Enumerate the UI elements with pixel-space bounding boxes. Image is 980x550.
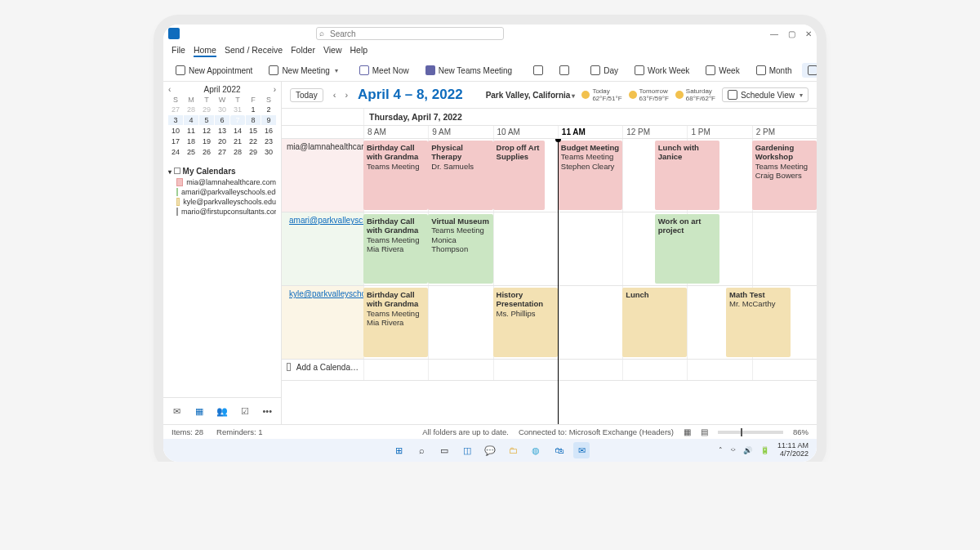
nav-more-icon[interactable]: •••	[262, 405, 274, 418]
tray-battery-icon[interactable]: 🔋	[760, 446, 769, 454]
mini-cal-day[interactable]: 23	[261, 136, 276, 146]
weather-day[interactable]: Saturday68°F/62°F	[675, 87, 715, 102]
weather-location[interactable]: Park Valley, California	[486, 91, 576, 100]
schedule-row-header[interactable]: amari@parkvalleyschools.edu	[282, 212, 363, 285]
calendar-checkbox[interactable]	[176, 198, 180, 206]
calendar-checkbox[interactable]	[176, 208, 178, 216]
mini-cal-day[interactable]: 29	[199, 105, 214, 114]
start-button[interactable]: ⊞	[390, 442, 407, 458]
tray-volume-icon[interactable]: 🔊	[743, 446, 752, 454]
window-close-button[interactable]: ✕	[805, 29, 812, 38]
calendar-event[interactable]: Math TestMr. McCarthy	[726, 288, 791, 357]
tray-wifi-icon[interactable]: ⌔	[731, 446, 735, 454]
mini-cal-day[interactable]: 21	[230, 136, 245, 146]
my-calendars-header[interactable]: ▾ My Calendars	[168, 167, 276, 176]
mini-cal-day[interactable]: 8	[246, 115, 261, 125]
day-view-button[interactable]: Day	[585, 63, 624, 78]
task-view-icon[interactable]: ▭	[436, 442, 452, 458]
taskbar-clock[interactable]: 11:11 AM 4/7/2022	[777, 442, 808, 458]
mini-cal-day[interactable]: 4	[184, 115, 198, 125]
calendar-event[interactable]: Virtual MuseumTeams MeetingMonica Thomps…	[428, 214, 492, 284]
menu-help[interactable]: Help	[350, 45, 368, 57]
weather-day[interactable]: Today62°F/51°F	[581, 87, 621, 102]
outlook-taskbar-icon[interactable]: ✉	[573, 442, 590, 458]
mini-cal-day[interactable]: 1	[246, 105, 261, 114]
calendar-list-item[interactable]: mia@lamnahealthcare.com	[168, 177, 276, 187]
next-range-button[interactable]: ›	[341, 90, 351, 100]
calendar-checkbox[interactable]	[176, 178, 183, 186]
mini-cal-day[interactable]: 22	[246, 136, 261, 146]
mini-cal-day[interactable]: 13	[215, 126, 229, 136]
menu-folder[interactable]: Folder	[291, 45, 315, 57]
mini-cal-day[interactable]: 9	[261, 115, 276, 125]
mini-cal-day[interactable]: 15	[246, 126, 261, 136]
calendar-event[interactable]: Physical TherapyDr. Samuels	[428, 141, 492, 210]
today-button[interactable]: Today	[290, 88, 323, 102]
mini-cal-day[interactable]: 6	[215, 115, 229, 125]
view-util-1[interactable]	[528, 63, 549, 78]
mini-cal-day[interactable]: 26	[199, 147, 214, 157]
mini-cal-day[interactable]: 19	[199, 136, 214, 146]
mini-cal-day[interactable]: 25	[184, 147, 198, 157]
search-input[interactable]	[316, 27, 504, 40]
calendar-list-item[interactable]: mario@firstupconsultants.com	[168, 207, 276, 217]
calendar-event[interactable]: Birthday Call with GrandmaTeams MeetingM…	[363, 214, 428, 284]
mini-cal-day[interactable]: 3	[168, 115, 183, 125]
new-meeting-button[interactable]: New Meeting	[263, 63, 343, 78]
mini-cal-next-button[interactable]: ›	[274, 85, 276, 94]
mini-cal-day[interactable]: 29	[246, 147, 261, 157]
widgets-icon[interactable]: ◫	[459, 442, 475, 458]
zoom-slider[interactable]	[718, 431, 783, 434]
mini-cal-day[interactable]: 7	[230, 115, 245, 125]
calendar-icon[interactable]: ▦	[194, 405, 206, 418]
weather-day[interactable]: Tomorrow63°F/59°F	[629, 87, 669, 102]
calendar-list-item[interactable]: kyle@parkvalleyschools.edu	[168, 197, 276, 207]
mini-cal-day[interactable]: 16	[261, 126, 276, 136]
mini-cal-day[interactable]: 30	[215, 105, 229, 114]
calendar-checkbox[interactable]	[176, 188, 178, 196]
view-util-2[interactable]	[554, 63, 575, 78]
chat-icon[interactable]: 💬	[482, 442, 498, 458]
mini-cal-day[interactable]: 24	[168, 147, 183, 157]
calendar-event[interactable]: Budget MeetingTeams MeetingStephen Clear…	[558, 141, 622, 210]
mini-cal-day[interactable]: 28	[184, 105, 198, 114]
month-view-button[interactable]: Month	[751, 63, 798, 78]
edge-icon[interactable]: ◍	[528, 442, 544, 458]
calendar-event[interactable]: Gardening WorkshopTeams MeetingCraig Bow…	[752, 141, 817, 210]
meet-now-button[interactable]: Meet Now	[354, 63, 415, 78]
menu-send-receive[interactable]: Send / Receive	[225, 45, 283, 57]
mini-cal-day[interactable]: 5	[199, 115, 214, 125]
calendar-event[interactable]: Lunch with Janice	[655, 141, 719, 210]
calendar-event[interactable]: Birthday Call with GrandmaTeams Meeting	[363, 141, 428, 210]
mini-cal-day[interactable]: 10	[168, 126, 183, 136]
mini-cal-day[interactable]: 17	[168, 136, 183, 146]
prev-range-button[interactable]: ‹	[330, 90, 340, 100]
calendar-event[interactable]: History PresentationMs. Phillips	[493, 288, 558, 357]
status-view-icon[interactable]: ▦	[684, 427, 691, 436]
mini-cal-day[interactable]: 20	[215, 136, 229, 146]
store-icon[interactable]: 🛍	[550, 442, 567, 458]
mini-cal-day[interactable]: 18	[184, 136, 198, 146]
calendar-event[interactable]: Work on art project	[655, 214, 719, 284]
schedule-row-header[interactable]: mia@lamnahealthcare.com	[282, 139, 363, 212]
calendar-list-item[interactable]: amari@parkvalleyschools.edu	[168, 187, 276, 197]
add-calendar-row[interactable]: Add a Calenda…	[282, 360, 817, 381]
mini-cal-day[interactable]: 27	[168, 105, 183, 114]
menu-home[interactable]: Home	[194, 45, 216, 57]
mini-cal-day[interactable]: 11	[184, 126, 198, 136]
calendar-event[interactable]: Lunch	[622, 288, 687, 357]
mini-cal-day[interactable]: 2	[261, 105, 276, 114]
new-appointment-button[interactable]: New Appointment	[170, 63, 258, 78]
calendar-event[interactable]: Birthday Call with GrandmaTeams MeetingM…	[363, 288, 428, 357]
mini-cal-day[interactable]: 31	[230, 105, 245, 114]
menu-view[interactable]: View	[323, 45, 342, 57]
tasks-icon[interactable]: ☑	[239, 405, 251, 418]
menu-file[interactable]: File	[172, 45, 185, 57]
tray-chevron-up-icon[interactable]: ˄	[719, 446, 723, 454]
mail-icon[interactable]: ✉	[172, 405, 183, 418]
explorer-icon[interactable]: 🗀	[505, 442, 521, 458]
schedule-row-header[interactable]: kyle@parkvalleyschools.edu	[282, 286, 363, 359]
schedule-view-button[interactable]: Schedule View	[802, 63, 817, 78]
mini-cal-day[interactable]: 12	[199, 126, 214, 136]
window-maximize-button[interactable]: ▢	[788, 29, 795, 38]
